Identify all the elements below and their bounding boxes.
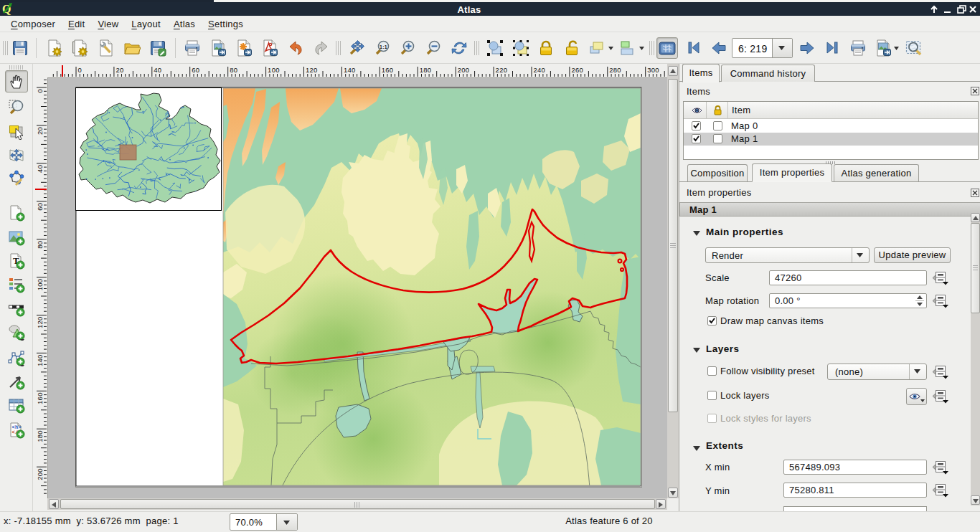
svg-text:180: 180 bbox=[36, 430, 44, 442]
svg-text:60: 60 bbox=[36, 203, 44, 211]
svg-text:240: 240 bbox=[534, 66, 546, 74]
svg-text:1:1: 1:1 bbox=[380, 44, 387, 49]
svg-text:180: 180 bbox=[420, 66, 432, 74]
svg-text:260: 260 bbox=[571, 66, 583, 74]
svg-text:280: 280 bbox=[609, 66, 621, 74]
svg-text:200: 200 bbox=[458, 66, 470, 74]
svg-text:160: 160 bbox=[36, 392, 44, 404]
svg-text:60: 60 bbox=[192, 66, 199, 74]
svg-text:120: 120 bbox=[306, 66, 318, 74]
svg-text:300: 300 bbox=[647, 66, 659, 74]
svg-text:20: 20 bbox=[116, 66, 123, 74]
svg-text:40: 40 bbox=[36, 165, 44, 173]
svg-text:80: 80 bbox=[230, 66, 237, 74]
svg-text:140: 140 bbox=[344, 66, 356, 74]
svg-text:220: 220 bbox=[496, 66, 508, 74]
svg-text:120: 120 bbox=[36, 317, 44, 329]
svg-text:100: 100 bbox=[268, 66, 280, 74]
svg-text:0: 0 bbox=[78, 66, 83, 74]
svg-text:80: 80 bbox=[36, 241, 44, 249]
svg-text:100: 100 bbox=[36, 279, 44, 291]
svg-text:0: 0 bbox=[36, 89, 44, 93]
svg-text:200: 200 bbox=[36, 468, 44, 480]
svg-text:20: 20 bbox=[36, 127, 44, 135]
svg-text:160: 160 bbox=[382, 66, 394, 74]
svg-text:40: 40 bbox=[154, 66, 161, 74]
svg-text:140: 140 bbox=[36, 354, 44, 366]
